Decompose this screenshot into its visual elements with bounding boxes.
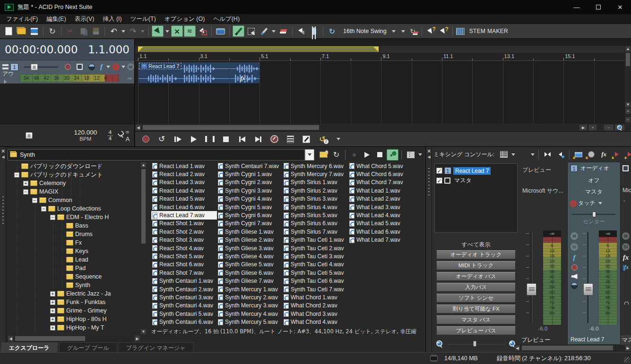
tree-item[interactable]: −Common — [8, 196, 140, 204]
file-item[interactable]: Synth Sirius 2.wav — [283, 186, 348, 195]
tree-scroll-left-button[interactable]: ◀ — [8, 335, 14, 342]
timecode-display[interactable]: 00:00:00.000 — [5, 43, 78, 56]
menu-item[interactable]: ファイル(F) — [2, 14, 42, 24]
file-item[interactable]: Synth Mercury 6.wav — [283, 162, 348, 170]
strip-output-bus[interactable]: マスタ — [568, 188, 620, 196]
tree-item[interactable]: −MAGIX — [8, 187, 140, 196]
strip-mute-circle-icon[interactable] — [571, 282, 578, 289]
file-item[interactable]: Synth Gliese 2.wav — [217, 236, 283, 244]
gearw-icon[interactable] — [517, 148, 530, 161]
device-gear-icon[interactable] — [114, 65, 118, 69]
collapse-icon[interactable]: − — [23, 189, 28, 195]
splitcur-icon[interactable] — [295, 25, 307, 37]
fx-dropdown-caret-icon[interactable] — [106, 66, 110, 68]
file-item[interactable]: Synth Cygni 7.wav — [217, 220, 283, 228]
tab-active[interactable]: エクスプローラ — [0, 342, 58, 352]
file-item[interactable]: Synth Sirius 5.wav — [283, 211, 348, 219]
copy-icon[interactable] — [77, 25, 89, 37]
maximize-button[interactable] — [588, 0, 609, 14]
menu-item[interactable]: ヘルプ(H) — [209, 14, 244, 24]
file-item[interactable]: Synth Gliese 5.wav — [217, 261, 283, 269]
draw-icon[interactable] — [152, 25, 164, 37]
preview-device-name[interactable]: Microsoft サウ... — [522, 187, 566, 195]
solo-region-icon[interactable] — [77, 64, 83, 70]
tloop-icon[interactable] — [156, 134, 168, 145]
new-icon[interactable] — [3, 25, 15, 37]
mixer-zoom-out-icon[interactable] — [436, 340, 443, 347]
automation-gear-icon[interactable] — [571, 202, 575, 205]
file-item[interactable]: React Shot 3.wav — [151, 236, 217, 244]
file-item[interactable]: What Chord 2.wav — [283, 302, 348, 310]
file-item[interactable]: What Chord 3.wav — [283, 310, 348, 318]
groove-preset-combo[interactable]: 16th Note Swing — [339, 25, 399, 37]
strip-solo-ghost-icon[interactable]: S! — [570, 243, 578, 251]
eraser-icon[interactable] — [277, 25, 289, 37]
file-item[interactable]: Synth Mercury 1.wav — [217, 285, 283, 293]
track-fader[interactable] — [582, 232, 594, 323]
tuning-fork-icon[interactable] — [117, 131, 125, 139]
zoom-in-button[interactable]: + — [588, 124, 597, 131]
autoplay-icon[interactable] — [387, 149, 398, 161]
tree-item[interactable]: −EDM - Electro H — [8, 213, 140, 221]
file-item[interactable]: React Lead 6.wav — [151, 203, 217, 211]
scroll-left-button[interactable]: ◀ — [135, 124, 141, 131]
file-item[interactable]: Synth Sirius 1.wav — [283, 178, 348, 186]
file-item[interactable]: Synth Centauri 1.wav — [151, 277, 217, 285]
automation-caret-icon[interactable] — [598, 202, 602, 204]
file-item[interactable]: Synth Tau Ceti 6.wav — [283, 277, 348, 285]
file-item[interactable]: React Shot 1.wav — [151, 220, 217, 228]
track-visible-checkbox[interactable]: ✓ — [436, 168, 442, 174]
mixer-filter-button[interactable]: 入力バス — [436, 283, 516, 292]
tree-vscroll-thumb[interactable] — [141, 169, 146, 244]
save-icon[interactable] — [28, 25, 40, 37]
strip-phase-off[interactable]: オフ — [568, 177, 620, 185]
file-item[interactable]: React Lead 1.wav — [151, 162, 217, 170]
explorer-close-icon[interactable]: ✕ — [0, 148, 6, 154]
strip-record-arm-icon[interactable] — [571, 264, 578, 271]
caret-icon[interactable] — [510, 149, 516, 160]
play-icon[interactable] — [188, 134, 200, 145]
addfx-icon[interactable] — [598, 149, 610, 160]
mixer-track-row[interactable]: ✓1React Lead 7 — [436, 166, 516, 176]
tree-item[interactable]: +Funk - Funktas — [8, 298, 140, 306]
menu-item[interactable]: 編集(E) — [42, 14, 70, 24]
paintcur-icon[interactable] — [197, 25, 208, 37]
grooveerase-icon[interactable] — [407, 25, 419, 37]
expand-icon[interactable]: + — [50, 300, 55, 305]
file-item[interactable]: Synth Mercury 2.wav — [217, 293, 283, 301]
expand-icon[interactable]: + — [50, 308, 55, 313]
minimize-button[interactable]: — — [566, 0, 588, 14]
mixer-track-name[interactable]: マスタ — [452, 176, 474, 185]
caret-icon[interactable] — [271, 25, 277, 37]
file-item[interactable]: Synth Cygni 3.wav — [217, 186, 283, 195]
strip-track-type[interactable]: オーディオ — [580, 164, 609, 172]
collapse-icon[interactable]: − — [50, 215, 55, 220]
groove-icon[interactable] — [326, 25, 338, 37]
helpdrag-icon[interactable] — [425, 25, 437, 37]
file-item[interactable]: Synth Gliese 7.wav — [217, 277, 283, 285]
tab-inactive[interactable]: プラグイン マネージャ — [118, 342, 194, 352]
master-device[interactable]: Mic — [622, 187, 631, 194]
file-item[interactable]: React Lead 3.wav — [151, 178, 217, 186]
file-item[interactable]: React Lead 5.wav — [151, 195, 217, 203]
tree-vertical-scrollbar[interactable]: ▲ ▼ — [140, 162, 147, 335]
file-item[interactable]: What Chord 4.wav — [283, 318, 348, 326]
clip-fx-badge[interactable]: fx — [241, 75, 249, 82]
mixer-close-icon[interactable]: ✕ — [426, 148, 432, 154]
resize-grip[interactable] — [624, 357, 630, 363]
file-item[interactable]: Synth Centauri 3.wav — [151, 293, 217, 301]
file-item[interactable]: What Lead 4.wav — [348, 211, 414, 219]
channel-strip-preview[interactable]: プレビュー Microsoft サウ... -∞ 612182430364248… — [519, 162, 568, 344]
file-item[interactable]: Synth Sirius 7.wav — [283, 228, 348, 236]
addbus-icon[interactable] — [611, 149, 622, 160]
master-solo-ghost-icon[interactable]: S! — [622, 243, 630, 251]
track-visible-checkbox[interactable]: ✓ — [436, 178, 442, 184]
redo-icon[interactable] — [127, 25, 139, 37]
mute-ghost-icon[interactable]: M — [127, 63, 134, 70]
explorer-dock-grip[interactable]: ✕ ◀ — [0, 147, 6, 352]
file-item[interactable]: What Chord 1.wav — [283, 293, 348, 301]
zoom-out-vertical-button[interactable]: − — [625, 117, 631, 123]
file-item[interactable]: What Chord 5.wav — [348, 162, 414, 170]
menu-item[interactable]: ツール(T) — [126, 14, 160, 24]
file-item[interactable]: React Shot 4.wav — [151, 244, 217, 252]
